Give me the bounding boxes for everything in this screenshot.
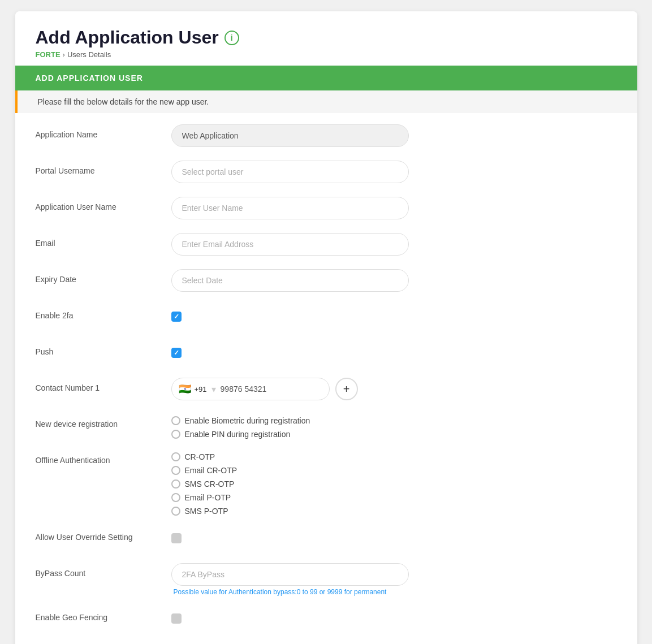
email-row: Email: [36, 233, 617, 258]
expiry-date-label: Expiry Date: [36, 269, 171, 284]
allow-override-checkbox[interactable]: [171, 533, 182, 543]
list-item: SMS CR-OTP: [171, 479, 617, 489]
application-name-row: Application Name: [36, 124, 617, 149]
cr-otp-radio[interactable]: [171, 452, 180, 461]
breadcrumb-current: Users Details: [67, 50, 111, 59]
bypass-count-label: ByPass Count: [36, 563, 171, 578]
portal-username-wrap: [171, 161, 617, 183]
add-phone-button[interactable]: +: [335, 378, 358, 400]
info-banner: Please fill the below details for the ne…: [15, 90, 637, 113]
allow-override-label: Allow User Override Setting: [36, 527, 171, 542]
breadcrumb-root[interactable]: FORTE: [36, 50, 61, 59]
flag-icon: 🇮🇳: [179, 383, 191, 395]
enable-2fa-row: Enable 2fa: [36, 305, 617, 330]
cr-otp-label: CR-OTP: [185, 452, 215, 461]
geo-fencing-label: Enable Geo Fencing: [36, 607, 171, 622]
expiry-date-wrap: [171, 269, 617, 292]
info-icon[interactable]: i: [224, 31, 239, 45]
enable-2fa-wrap: [171, 305, 617, 328]
biometric-option: Enable Biometric during registration: [171, 416, 617, 425]
page-title: Add Application User i: [36, 27, 617, 48]
page-title-text: Add Application User: [36, 27, 219, 48]
bypass-hint: Possible value for Authentication bypass…: [171, 588, 617, 596]
app-username-wrap: [171, 197, 617, 219]
pin-label: Enable PIN during registration: [185, 430, 291, 439]
portal-username-row: Portal Username: [36, 161, 617, 185]
new-device-options: Enable Biometric during registration Ena…: [171, 414, 617, 439]
sms-p-otp-radio[interactable]: [171, 507, 180, 516]
expiry-date-row: Expiry Date: [36, 269, 617, 294]
contact-label: Contact Number 1: [36, 378, 171, 392]
app-username-label: Application User Name: [36, 197, 171, 211]
breadcrumb: FORTE › Users Details: [36, 50, 617, 59]
new-device-row: New device registration Enable Biometric…: [36, 414, 617, 439]
push-checkbox[interactable]: [171, 348, 182, 358]
pin-radio[interactable]: [171, 430, 180, 439]
biometric-label: Enable Biometric during registration: [185, 416, 310, 425]
phone-number: 99876 54321: [221, 384, 267, 394]
new-device-label: New device registration: [36, 414, 171, 429]
phone-divider: ▾: [211, 384, 216, 395]
enable-2fa-label: Enable 2fa: [36, 305, 171, 320]
biometric-radio[interactable]: [171, 416, 180, 425]
email-input[interactable]: [171, 233, 409, 256]
portal-username-input[interactable]: [171, 161, 409, 183]
page-container: Add Application User i FORTE › Users Det…: [15, 11, 637, 644]
pin-option: Enable PIN during registration: [171, 430, 617, 439]
push-row: Push: [36, 342, 617, 366]
country-code: +91: [195, 385, 207, 394]
email-p-otp-radio[interactable]: [171, 493, 180, 502]
sms-cr-otp-radio[interactable]: [171, 479, 180, 489]
list-item: CR-OTP: [171, 452, 617, 461]
page-header: Add Application User i FORTE › Users Det…: [15, 11, 637, 66]
sms-cr-otp-label: SMS CR-OTP: [185, 479, 235, 489]
list-item: SMS P-OTP: [171, 507, 617, 516]
offline-auth-row: Offline Authentication CR-OTP Email CR-O…: [36, 450, 617, 516]
push-wrap: [171, 342, 617, 364]
offline-auth-label: Offline Authentication: [36, 450, 171, 465]
offline-auth-wrap: CR-OTP Email CR-OTP SMS CR-OTP Email P-O…: [171, 450, 617, 516]
geo-fencing-row: Enable Geo Fencing: [36, 607, 617, 632]
section-header: ADD APPLICATION USER: [15, 66, 637, 90]
email-cr-otp-label: Email CR-OTP: [185, 466, 238, 475]
portal-username-label: Portal Username: [36, 161, 171, 175]
form-body: Application Name Portal Username Applica…: [15, 113, 637, 644]
sms-p-otp-label: SMS P-OTP: [185, 507, 228, 516]
new-device-wrap: Enable Biometric during registration Ena…: [171, 414, 617, 439]
phone-row: 🇮🇳 +91 ▾ 99876 54321 +: [171, 378, 617, 400]
allow-override-wrap: [171, 527, 617, 550]
contact-wrap: 🇮🇳 +91 ▾ 99876 54321 +: [171, 378, 617, 400]
bypass-count-input[interactable]: [171, 563, 409, 586]
bypass-count-row: ByPass Count Possible value for Authenti…: [36, 563, 617, 596]
phone-input-wrap[interactable]: 🇮🇳 +91 ▾ 99876 54321: [171, 378, 330, 400]
allow-override-row: Allow User Override Setting: [36, 527, 617, 552]
offline-options-group: CR-OTP Email CR-OTP SMS CR-OTP Email P-O…: [171, 450, 617, 516]
list-item: Email P-OTP: [171, 493, 617, 502]
email-wrap: [171, 233, 617, 256]
email-cr-otp-radio[interactable]: [171, 466, 180, 475]
bypass-count-wrap: Possible value for Authentication bypass…: [171, 563, 617, 596]
contact-row: Contact Number 1 🇮🇳 +91 ▾ 99876 54321 +: [36, 378, 617, 403]
geo-fencing-wrap: [171, 607, 617, 630]
geo-fencing-checkbox[interactable]: [171, 613, 182, 624]
enable-2fa-checkbox[interactable]: [171, 312, 182, 322]
expiry-date-input[interactable]: [171, 269, 409, 292]
push-label: Push: [36, 342, 171, 356]
application-name-label: Application Name: [36, 124, 171, 139]
list-item: Email CR-OTP: [171, 466, 617, 475]
app-username-input[interactable]: [171, 197, 409, 219]
application-name-wrap: [171, 124, 617, 147]
email-p-otp-label: Email P-OTP: [185, 493, 231, 502]
application-name-input[interactable]: [171, 124, 409, 147]
app-username-row: Application User Name: [36, 197, 617, 222]
email-label: Email: [36, 233, 171, 248]
breadcrumb-sep: ›: [63, 50, 65, 59]
